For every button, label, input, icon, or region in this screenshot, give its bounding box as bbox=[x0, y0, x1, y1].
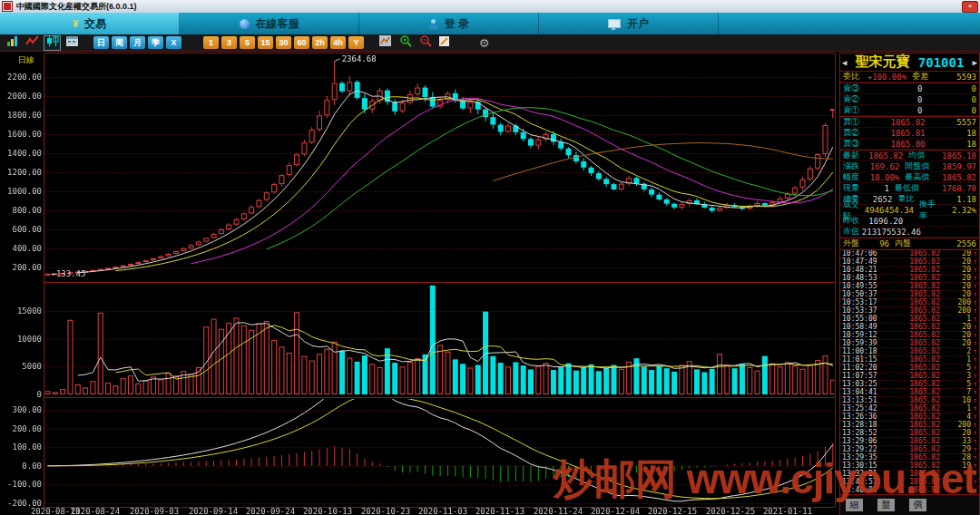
trade-qty: 1 bbox=[940, 356, 971, 364]
trade-time: 10:48:21 bbox=[842, 267, 882, 274]
up-arrow-icon: ↑ bbox=[971, 438, 977, 445]
up-arrow-icon: ↑ bbox=[971, 356, 977, 364]
app-logo-icon bbox=[2, 1, 13, 12]
up-arrow-icon: ↑ bbox=[971, 348, 977, 355]
up-arrow-icon: ↑ bbox=[971, 405, 977, 413]
trade-price: 1865.82 bbox=[882, 275, 940, 282]
stat-value: 1865.82 bbox=[868, 151, 903, 160]
trade-price: 1865.82 bbox=[882, 332, 940, 339]
period-button-5[interactable]: 5 bbox=[240, 36, 255, 49]
inout: 外盤96內盤2556 bbox=[840, 238, 979, 249]
inout-value: 96 bbox=[874, 239, 889, 248]
bar-chart-button[interactable] bbox=[4, 35, 21, 51]
period-button-X[interactable]: X bbox=[166, 36, 181, 49]
trade-qty: 33 bbox=[940, 438, 971, 445]
trade-time: 13:28:52 bbox=[842, 430, 882, 437]
trade-price: 1865.82 bbox=[882, 324, 940, 331]
menu-item-account[interactable]: 开户 bbox=[539, 13, 719, 34]
up-arrow-icon: ↑ bbox=[971, 283, 977, 290]
kline-chart-canvas[interactable] bbox=[0, 53, 839, 515]
line-chart-button[interactable] bbox=[24, 35, 41, 51]
trade-qty: 20 bbox=[940, 283, 971, 290]
period-button-月[interactable]: 月 bbox=[130, 36, 145, 49]
inout-row: 外盤96內盤2556 bbox=[840, 238, 979, 249]
chart-settings-button[interactable] bbox=[377, 35, 394, 51]
trade-qty: 4 bbox=[940, 413, 971, 421]
candlestick-button[interactable] bbox=[44, 35, 61, 51]
period-button-Y[interactable]: Y bbox=[348, 36, 364, 49]
trade-qty: 1 bbox=[940, 316, 971, 323]
zoom-in-button[interactable] bbox=[397, 35, 414, 51]
up-arrow-icon: ↑ bbox=[971, 324, 977, 331]
period-button-周[interactable]: 周 bbox=[112, 36, 127, 49]
period-button-季[interactable]: 季 bbox=[148, 36, 163, 49]
menu-item-login[interactable]: 登 录 bbox=[359, 13, 539, 34]
menu-item-service[interactable]: 在線客服 bbox=[180, 13, 359, 34]
trade-time: 13:25:42 bbox=[842, 405, 882, 413]
trade-time: 10:50:37 bbox=[842, 291, 882, 298]
period-button-30[interactable]: 30 bbox=[276, 36, 291, 49]
inout-label2: 內盤 bbox=[889, 238, 929, 249]
trade-price: 1865.82 bbox=[882, 364, 940, 372]
buy-row: 買③1865.8018 bbox=[840, 139, 979, 150]
up-arrow-icon: ↑ bbox=[971, 299, 977, 306]
stat-value2: 1865.82 bbox=[936, 173, 977, 182]
symbol-code: 701001 bbox=[918, 55, 965, 70]
notes-button[interactable] bbox=[436, 35, 454, 51]
menu-item-trade[interactable]: ¥交易 bbox=[0, 13, 180, 34]
period-button-日[interactable]: 日 bbox=[93, 36, 109, 49]
trade-time: 13:29:06 bbox=[842, 438, 882, 445]
trade-price: 1865.82 bbox=[882, 405, 940, 413]
trade-qty: 20 bbox=[940, 275, 971, 282]
period-button-3[interactable]: 3 bbox=[221, 36, 237, 49]
prev-symbol-arrow[interactable]: ◀ bbox=[842, 58, 847, 67]
trade-qty: 10 bbox=[940, 397, 971, 404]
open-account-icon bbox=[608, 19, 621, 28]
chart-period-label: 日線 bbox=[18, 54, 34, 66]
up-arrow-icon: ↑ bbox=[971, 316, 977, 323]
sell-qty: 0 bbox=[923, 84, 977, 93]
trade-price: 1865.82 bbox=[882, 381, 940, 388]
close-button[interactable]: × bbox=[962, 1, 978, 13]
trade-qty: 200 bbox=[940, 422, 971, 429]
stat-value2: 2.32% bbox=[944, 206, 976, 215]
menu-item-label: 交易 bbox=[84, 16, 106, 32]
trade-qty: 20 bbox=[940, 267, 971, 274]
trade-time: 13:26:36 bbox=[842, 413, 882, 421]
trade-qty: 20 bbox=[940, 430, 971, 437]
trade-time: 10:53:17 bbox=[842, 299, 882, 306]
trade-price: 1865.82 bbox=[882, 299, 940, 306]
notes-icon bbox=[439, 34, 451, 51]
up-arrow-icon: ↑ bbox=[971, 364, 977, 372]
period-button-4h[interactable]: 4h bbox=[330, 36, 346, 49]
sell-queue: 賣③00賣②00賣①00 bbox=[840, 83, 979, 116]
next-symbol-arrow[interactable]: ▶ bbox=[973, 58, 977, 67]
trade-price: 1865.82 bbox=[882, 340, 940, 347]
sell-price: 0 bbox=[874, 95, 923, 104]
trade-qty: 7 bbox=[940, 389, 971, 396]
up-arrow-icon: ↑ bbox=[971, 258, 977, 266]
trade-time: 13:04:41 bbox=[842, 389, 882, 396]
menu-item-label: 开户 bbox=[627, 16, 649, 32]
stat-value2: 1859.97 bbox=[936, 162, 977, 171]
zoom-out-button[interactable] bbox=[416, 35, 434, 51]
gear-button[interactable]: ⚙ bbox=[475, 35, 493, 51]
trade-price: 1865.82 bbox=[882, 258, 940, 266]
trade-qty: 20 bbox=[940, 340, 971, 347]
calendar-button[interactable] bbox=[64, 35, 81, 51]
up-arrow-icon: ↑ bbox=[971, 275, 977, 282]
menu-item-label: 在線客服 bbox=[256, 16, 299, 32]
stat-label: 市值 bbox=[843, 226, 862, 238]
period-button-15[interactable]: 15 bbox=[258, 36, 273, 49]
quote-stats: 最新1865.82均價1865.18漲跌169.62開盤價1859.97幅度10… bbox=[840, 150, 979, 238]
period-button-60[interactable]: 60 bbox=[294, 36, 309, 49]
buy-queue: 買①1865.825557買②1865.8118買③1865.8018 bbox=[840, 116, 979, 150]
period-button-1[interactable]: 1 bbox=[203, 36, 219, 49]
up-arrow-icon: ↑ bbox=[971, 373, 977, 380]
trade-price: 1865.82 bbox=[882, 291, 940, 298]
trade-price: 1865.82 bbox=[882, 267, 940, 274]
sell-price: 0 bbox=[874, 106, 923, 115]
weibi-row: 委比+100.00%委差5593 bbox=[840, 72, 979, 83]
buy-qty: 5557 bbox=[926, 118, 977, 127]
period-button-2h[interactable]: 2h bbox=[312, 36, 328, 49]
